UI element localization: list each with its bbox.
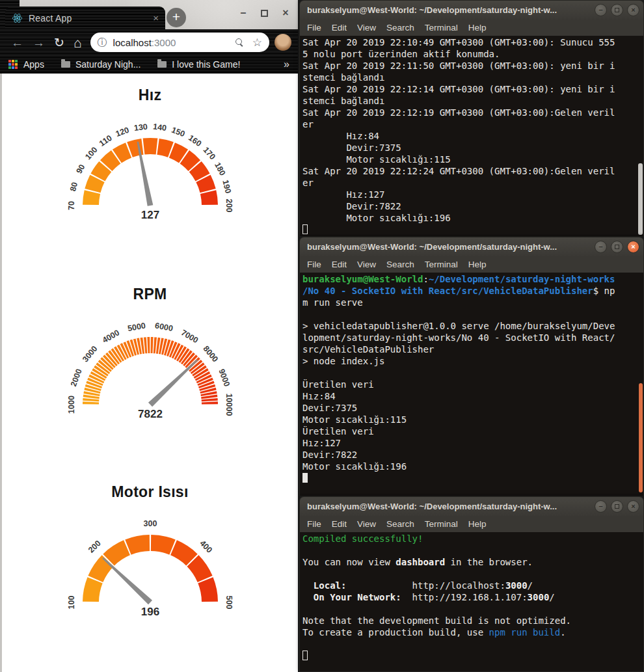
menu-item-file[interactable]: File: [307, 519, 321, 529]
gauge-tick-label: 180: [213, 161, 227, 177]
terminal-line: Note that the development build is not o…: [302, 615, 641, 626]
gauge-arc-segment: [198, 577, 218, 602]
menu-item-search[interactable]: Search: [386, 23, 414, 33]
terminal-line: Hız:84: [302, 130, 641, 142]
terminal-content[interactable]: Compiled successfully! You can now view …: [299, 532, 644, 672]
terminal-maximize-button[interactable]: [611, 241, 623, 253]
gauge-arc-segment: [201, 398, 217, 401]
menu-item-terminal[interactable]: Terminal: [425, 23, 458, 33]
menu-item-view[interactable]: View: [357, 519, 376, 529]
terminal-line: Local: http://localhost:3000/: [302, 580, 641, 591]
browser-maximize-button[interactable]: [261, 10, 268, 17]
terminal-content[interactable]: Sat Apr 20 2019 22:10:49 GMT+0300 (GMT+0…: [299, 36, 644, 237]
terminal-line: stemci bağlandı: [302, 95, 641, 107]
terminal-minimize-button[interactable]: –: [595, 241, 607, 253]
tab-close-icon[interactable]: ×: [153, 12, 159, 23]
terminal-cursor: [302, 651, 308, 660]
menu-item-view[interactable]: View: [357, 260, 376, 269]
terminal-cursor: [302, 224, 308, 234]
bookmark-folder-2[interactable]: I love this Game!: [172, 59, 240, 70]
site-info-icon[interactable]: ⓘ: [98, 36, 107, 49]
url-host: localhost: [113, 37, 152, 48]
terminal-close-button[interactable]: ×: [627, 4, 639, 16]
menu-item-terminal[interactable]: Terminal: [425, 519, 458, 529]
menu-item-help[interactable]: Help: [468, 23, 487, 33]
gauge-tick-label: 1000: [67, 396, 76, 414]
search-icon[interactable]: [235, 38, 243, 46]
menu-item-edit[interactable]: Edit: [332, 23, 347, 33]
terminal-maximize-button[interactable]: [611, 4, 623, 16]
browser-close-button[interactable]: ×: [278, 7, 293, 19]
terminal-scrollbar[interactable]: [638, 163, 643, 235]
terminal-titlebar[interactable]: burakselyum@West-World: ~/Development/sa…: [299, 0, 644, 20]
terminal-close-button[interactable]: ×: [627, 241, 639, 253]
terminal-title: burakselyum@West-World: ~/Development/sa…: [307, 5, 591, 15]
gauge-chart: 1000200030004000500060007000800090001000…: [53, 307, 248, 421]
browser-tab[interactable]: React App ×: [5, 7, 165, 29]
terminal-line: To create a production build, use npm ru…: [302, 626, 641, 638]
menu-item-search[interactable]: Search: [386, 260, 414, 269]
terminal-line: On Your Network: http://192.168.1.107:30…: [302, 591, 641, 603]
menu-item-help[interactable]: Help: [468, 260, 487, 269]
terminal-minimize-button[interactable]: –: [595, 4, 607, 16]
folder-icon: [157, 61, 167, 68]
menu-item-edit[interactable]: Edit: [332, 519, 347, 529]
terminal-line: lopment/saturday-night-works/No 40 - Soc…: [302, 332, 641, 343]
reload-button[interactable]: ↻: [54, 36, 64, 49]
gauge-needle: [101, 556, 152, 604]
menu-item-help[interactable]: Help: [468, 519, 487, 529]
terminal-minimize-button[interactable]: –: [595, 500, 607, 513]
terminal-line: [302, 544, 641, 556]
gauge-tick-label: 4000: [100, 328, 120, 345]
gauge-tick-label: 150: [170, 126, 186, 139]
gauge-arc-segment: [125, 535, 150, 555]
menu-item-file[interactable]: File: [307, 23, 321, 33]
terminal-scrollbar[interactable]: [639, 383, 643, 492]
back-button[interactable]: ←: [11, 36, 23, 49]
menu-item-search[interactable]: Search: [386, 519, 414, 529]
bookmarks-overflow-chevron[interactable]: »: [284, 59, 289, 70]
terminal-menubar: FileEditViewSearchTerminalHelp: [299, 256, 644, 273]
terminal-line: Üretilen veri: [302, 425, 641, 437]
home-button[interactable]: ⌂: [74, 36, 82, 49]
bookmark-apps[interactable]: Apps: [23, 59, 44, 70]
address-bar[interactable]: ⓘ localhost:3000 ☆: [90, 33, 269, 52]
gauge-title: RPM: [43, 286, 258, 303]
terminal-line: Devir:7375: [302, 142, 641, 154]
gauge-arc-segment: [150, 337, 153, 353]
profile-avatar[interactable]: [275, 34, 291, 51]
url-text[interactable]: localhost:3000: [113, 37, 176, 48]
gauge-arc-segment: [200, 190, 217, 205]
browser-minimize-button[interactable]: –: [236, 7, 250, 19]
apps-grid-icon[interactable]: [8, 60, 18, 69]
terminal-titlebar[interactable]: burakselyum@West-World: ~/Development/sa…: [299, 496, 644, 516]
new-tab-button[interactable]: +: [167, 8, 186, 27]
menu-item-edit[interactable]: Edit: [332, 260, 347, 269]
bookmark-star-icon[interactable]: ☆: [252, 36, 262, 49]
gauge-tick-label: 120: [114, 126, 130, 139]
forward-button[interactable]: →: [33, 36, 45, 49]
terminal-line: Üretilen veri: [302, 379, 641, 390]
gauge-value: 7822: [138, 408, 163, 420]
menu-item-view[interactable]: View: [357, 23, 376, 33]
terminal-maximize-button[interactable]: [611, 500, 623, 513]
terminal-line: You can now view dashboard in the browse…: [302, 556, 641, 568]
gauge-arc-segment: [147, 337, 150, 353]
menu-item-terminal[interactable]: Terminal: [425, 260, 458, 269]
terminal-window-2: burakselyum@West-World: ~/Development/sa…: [299, 237, 644, 496]
bookmark-folder-1[interactable]: Saturday Nigh...: [75, 59, 141, 70]
terminal-titlebar[interactable]: burakselyum@West-World: ~/Development/sa…: [299, 237, 644, 256]
gauge-tick-label: 100: [83, 145, 99, 161]
terminal-close-button[interactable]: ×: [627, 500, 639, 513]
terminal-line: Devir:7375: [302, 402, 641, 414]
bookmarks-bar: Apps Saturday Nigh... I love this Game! …: [0, 55, 298, 74]
maximize-icon: [615, 245, 619, 249]
terminal-line: Motor sıcaklığı:115: [302, 154, 641, 165]
gauge-tick-label: 10000: [224, 394, 234, 416]
terminal-content[interactable]: burakselyum@West-World:~/Development/sat…: [299, 273, 644, 496]
menu-item-file[interactable]: File: [307, 260, 321, 269]
gauge-arc-segment: [142, 138, 157, 154]
terminal-line: [302, 603, 641, 615]
terminal-line: er: [302, 177, 641, 189]
terminal-line: [302, 638, 641, 650]
